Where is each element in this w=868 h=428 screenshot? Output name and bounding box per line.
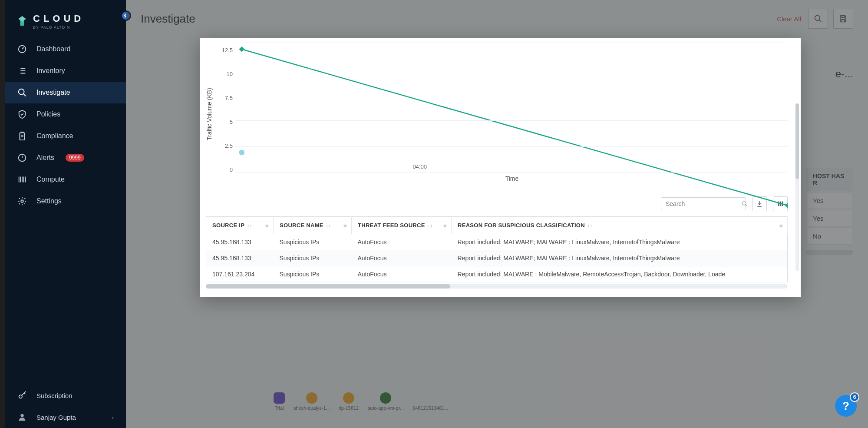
svg-marker-8 xyxy=(239,46,244,52)
column-header[interactable]: THREAT FEED SOURCE↓↑≡ xyxy=(352,217,452,234)
shield-check-icon xyxy=(17,109,27,119)
modal-vertical-scrollbar[interactable] xyxy=(795,103,799,271)
table-cell: 107.161.23.204 xyxy=(206,266,274,282)
chart-ytick: 5 xyxy=(218,119,233,125)
sidebar-item-label: Compliance xyxy=(36,132,73,140)
sort-icon: ↓↑ xyxy=(428,223,433,228)
sidebar-item-label: Inventory xyxy=(36,67,65,75)
key-icon xyxy=(17,391,27,400)
svg-marker-9 xyxy=(785,203,788,208)
barcode-icon xyxy=(17,175,27,184)
sidebar-item-investigate[interactable]: Investigate xyxy=(5,82,126,103)
table-cell: Suspicious IPs xyxy=(274,266,352,282)
help-button[interactable]: ? 6 xyxy=(835,395,857,417)
sidebar-item-compliance[interactable]: Compliance xyxy=(5,125,126,147)
brand-name: CLOUD xyxy=(33,13,84,24)
traffic-chart: Traffic Volume (KB) 12.5107.552.50 04:00… xyxy=(200,38,801,190)
table-cell: AutoFocus xyxy=(352,250,452,266)
svg-rect-2 xyxy=(20,133,25,140)
sort-icon: ↓↑ xyxy=(587,223,593,228)
main-content: Investigate Clear All e-... HOST HAS R Y… xyxy=(126,0,868,428)
table-cell: AutoFocus xyxy=(352,234,452,250)
table-row[interactable]: 45.95.168.133Suspicious IPsAutoFocusRepo… xyxy=(206,250,788,266)
table-cell: Report included: MALWARE; MALWARE : Linu… xyxy=(452,250,788,266)
column-menu-icon[interactable]: ≡ xyxy=(343,222,347,229)
sidebar-item-alerts[interactable]: Alerts9999 xyxy=(5,147,126,169)
table-cell: Suspicious IPs xyxy=(274,250,352,266)
sidebar-item-settings[interactable]: Settings xyxy=(5,190,126,212)
sidebar-item-label: Dashboard xyxy=(36,45,70,53)
sidebar-item-label: Compute xyxy=(36,176,65,183)
table-cell: 45.95.168.133 xyxy=(206,250,274,266)
results-table: SOURCE IP↓↑≡SOURCE NAME↓↑≡THREAT FEED SO… xyxy=(206,216,788,282)
svg-point-4 xyxy=(21,200,23,202)
clipboard-icon xyxy=(17,131,27,141)
table-cell: Suspicious IPs xyxy=(274,234,352,250)
gear-icon xyxy=(17,196,27,206)
table-cell: Report included: MALWARE; MALWARE : Linu… xyxy=(452,234,788,250)
chart-xtick: 04:00 xyxy=(413,163,427,170)
chart-ytick: 0 xyxy=(218,166,233,173)
alerts-badge: 9999 xyxy=(66,154,84,162)
chart-ytick: 10 xyxy=(218,71,233,77)
svg-point-10 xyxy=(239,150,244,156)
table-cell: AutoFocus xyxy=(352,266,452,282)
chart-xlabel: Time xyxy=(505,175,519,182)
sidebar-item-subscription[interactable]: Subscription xyxy=(5,385,126,406)
detail-modal: Traffic Volume (KB) 12.5107.552.50 04:00… xyxy=(200,38,801,297)
user-avatar-icon xyxy=(17,412,27,422)
column-menu-icon[interactable]: ≡ xyxy=(779,222,783,229)
search-icon xyxy=(17,88,27,97)
sort-icon: ↓↑ xyxy=(326,223,331,228)
sidebar: CLOUD BY PALO ALTO N DashboardInventoryI… xyxy=(5,0,126,428)
column-menu-icon[interactable]: ≡ xyxy=(265,222,269,229)
help-badge: 6 xyxy=(850,392,859,402)
table-cell: Report included: MALWARE : MobileMalware… xyxy=(452,266,788,282)
chart-ytick: 2.5 xyxy=(218,143,233,149)
list-icon xyxy=(17,66,27,76)
sidebar-item-label: Policies xyxy=(36,110,60,118)
svg-point-1 xyxy=(19,89,24,95)
svg-point-6 xyxy=(20,414,23,417)
sidebar-item-user[interactable]: Sanjay Gupta › xyxy=(5,406,126,428)
table-row[interactable]: 107.161.23.204Suspicious IPsAutoFocusRep… xyxy=(206,266,788,282)
logo-mark-icon xyxy=(17,17,27,26)
sidebar-item-compute[interactable]: Compute xyxy=(5,169,126,190)
column-menu-icon[interactable]: ≡ xyxy=(443,222,447,229)
column-header[interactable]: REASON FOR SUSPICIOUS CLASSIFICATION↓↑≡ xyxy=(452,217,788,234)
alert-icon xyxy=(17,153,27,163)
brand-byline: BY PALO ALTO N xyxy=(33,25,84,30)
sidebar-item-label: Alerts xyxy=(36,154,54,162)
table-row[interactable]: 45.95.168.133Suspicious IPsAutoFocusRepo… xyxy=(206,234,788,250)
column-header[interactable]: SOURCE IP↓↑≡ xyxy=(206,217,274,234)
sidebar-item-label: Investigate xyxy=(36,89,70,96)
sidebar-item-dashboard[interactable]: Dashboard xyxy=(5,38,126,60)
user-name: Sanjay Gupta xyxy=(36,414,76,421)
sidebar-item-label: Subscription xyxy=(36,392,73,399)
chevron-right-icon: › xyxy=(112,414,114,421)
chart-ytick: 7.5 xyxy=(218,95,233,101)
column-header[interactable]: SOURCE NAME↓↑≡ xyxy=(274,217,352,234)
chart-ylabel: Traffic Volume (KB) xyxy=(204,43,215,186)
sidebar-item-inventory[interactable]: Inventory xyxy=(5,60,126,82)
table-horizontal-scrollbar[interactable] xyxy=(206,284,788,289)
brand-logo: CLOUD BY PALO ALTO N xyxy=(5,0,126,38)
sidebar-item-label: Settings xyxy=(36,197,62,205)
chart-ytick: 12.5 xyxy=(218,47,233,53)
gauge-icon xyxy=(17,44,27,54)
table-cell: 45.95.168.133 xyxy=(206,234,274,250)
sort-icon: ↓↑ xyxy=(247,223,252,228)
sidebar-item-policies[interactable]: Policies xyxy=(5,103,126,125)
